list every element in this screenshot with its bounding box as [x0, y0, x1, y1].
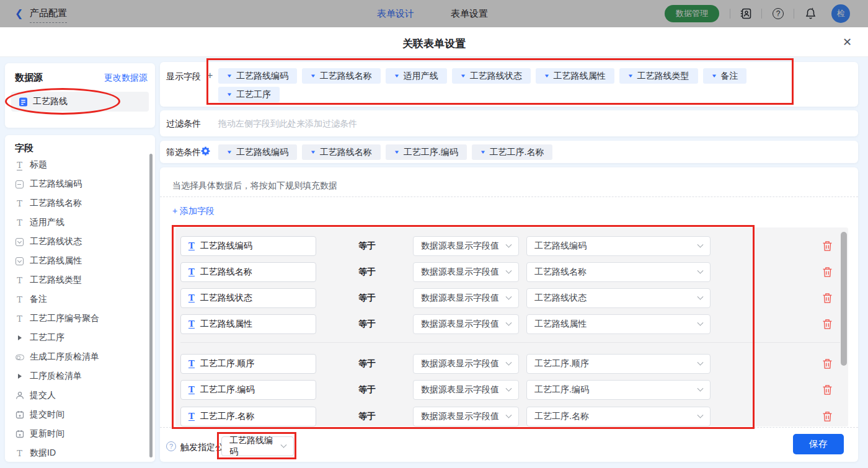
delete-row-icon[interactable]	[822, 267, 833, 278]
field-chip[interactable]: ▼备注	[703, 68, 747, 84]
toolbar-divider	[761, 9, 762, 19]
bell-icon[interactable]	[804, 7, 817, 20]
filter-row: 过滤条件 拖动左侧字段到此处来添加过滤条件	[160, 110, 858, 136]
mapping-scrollbar[interactable]	[841, 232, 847, 366]
target-field-select[interactable]: 工艺工序.顺序	[526, 354, 711, 374]
delete-row-icon[interactable]	[822, 241, 833, 252]
text-field-icon: T	[188, 360, 195, 368]
mapping-field-box[interactable]: T工艺路线状态	[180, 288, 316, 308]
chevron-down-icon	[506, 359, 512, 365]
delete-row-icon[interactable]	[822, 411, 833, 422]
source-value-select[interactable]: 数据源表显示字段值	[413, 236, 519, 256]
source-value-select[interactable]: 数据源表显示字段值	[413, 288, 519, 308]
source-value-select[interactable]: 数据源表显示字段值	[413, 380, 519, 400]
field-item[interactable]: 更新时间	[15, 427, 64, 441]
equals-label: 等于	[358, 358, 376, 369]
mapping-field-box[interactable]: T工艺路线名称	[180, 262, 316, 282]
serial-number-icon	[15, 180, 24, 189]
text-field-icon: T	[188, 242, 195, 250]
field-chip[interactable]: ▼工艺路线编码	[218, 68, 297, 84]
close-icon[interactable]: ✕	[843, 35, 852, 49]
chevron-down-icon: ▼	[310, 149, 316, 155]
trigger-formula-select[interactable]: 工艺路线编码	[221, 436, 294, 456]
mapping-field-box[interactable]: T工艺路线编码	[180, 236, 316, 256]
chevron-down-icon	[698, 412, 704, 418]
text-icon	[15, 449, 24, 458]
tab-form-settings[interactable]: 表单设置	[451, 8, 488, 20]
chevron-down-icon: ▼	[226, 73, 232, 79]
display-fields-row: 显示字段 + ▼工艺路线编码 ▼工艺路线名称 ▼适用产线 ▼工艺路线状态 ▼工艺…	[160, 62, 858, 107]
save-button[interactable]: 保存	[793, 434, 844, 454]
equals-label: 等于	[358, 384, 376, 395]
help-icon[interactable]: ?	[771, 7, 785, 20]
page-title[interactable]: 产品配置	[30, 7, 67, 23]
gear-icon[interactable]	[201, 146, 210, 156]
field-chip[interactable]: ▼工艺路线属性	[536, 68, 614, 84]
chevron-down-icon	[698, 293, 704, 299]
text-field-icon: T	[188, 268, 195, 276]
user-avatar[interactable]: 检	[831, 4, 850, 23]
delete-row-icon[interactable]	[822, 293, 833, 304]
delete-row-icon[interactable]	[822, 319, 833, 330]
delete-row-icon[interactable]	[822, 358, 833, 369]
filter-dropzone-placeholder[interactable]: 拖动左侧字段到此处来添加过滤条件	[218, 118, 357, 130]
datasource-panel: 数据源 更改数据源 工艺路线	[5, 63, 155, 128]
equals-label: 等于	[358, 241, 376, 252]
screening-chip[interactable]: ▼工艺路线编码	[218, 144, 297, 160]
tab-form-design[interactable]: 表单设计	[377, 8, 414, 20]
screening-chip[interactable]: ▼工艺路线名称	[302, 144, 381, 160]
field-chip[interactable]: ▼工艺路线状态	[452, 68, 531, 84]
chevron-down-icon: ▼	[226, 92, 232, 97]
mapping-group-divider	[180, 342, 840, 343]
field-chip[interactable]: ▼工艺路线类型	[619, 68, 698, 84]
screening-chips: ▼工艺路线编码 ▼工艺路线名称 ▼工艺工序.编码 ▼工艺工序.名称	[218, 144, 801, 160]
chevron-down-icon: ▼	[394, 73, 400, 79]
selected-datasource-item[interactable]: 工艺路线	[11, 92, 149, 112]
display-fields-label: 显示字段	[166, 71, 201, 82]
back-chevron-icon[interactable]: ❮	[15, 7, 23, 19]
modal-dim-overlay	[0, 0, 868, 27]
help-circle-icon[interactable]: ?	[166, 441, 176, 451]
data-manage-button[interactable]: 数据管理	[665, 5, 719, 22]
mapping-field-box[interactable]: T工艺工序.名称	[180, 407, 316, 426]
toolbar-divider	[794, 9, 794, 19]
field-item[interactable]: 标题	[15, 158, 47, 172]
target-field-select[interactable]: 工艺工序.名称	[526, 407, 711, 426]
target-field-select[interactable]: 工艺路线状态	[526, 288, 711, 308]
target-field-select[interactable]: 工艺路线属性	[526, 314, 711, 334]
mapping-field-box[interactable]: T工艺路线属性	[180, 314, 316, 334]
field-chip[interactable]: ▼适用产线	[386, 68, 447, 84]
top-bar: ❮ 产品配置 表单设计 表单设置 数据管理 ? 检	[0, 0, 868, 27]
mapping-field-box[interactable]: T工艺工序.编码	[180, 380, 316, 400]
chevron-down-icon: ▼	[627, 73, 633, 79]
source-value-select[interactable]: 数据源表显示字段值	[413, 354, 519, 374]
add-display-field-icon[interactable]: +	[207, 70, 213, 81]
screening-chip[interactable]: ▼工艺工序.编码	[386, 144, 467, 160]
chevron-down-icon	[281, 441, 287, 448]
target-field-select[interactable]: 工艺路线编码	[526, 236, 711, 256]
field-item[interactable]: 数据ID	[15, 446, 56, 460]
contact-book-icon[interactable]	[739, 7, 753, 20]
screening-chip[interactable]: ▼工艺工序.名称	[472, 144, 553, 160]
toolbar-divider	[730, 9, 730, 19]
selected-datasource-label: 工艺路线	[33, 96, 68, 107]
field-item[interactable]: 适用产线	[15, 216, 64, 229]
chevron-down-icon	[698, 359, 704, 365]
equals-label: 等于	[358, 319, 376, 330]
chevron-down-icon	[698, 385, 704, 391]
field-chip[interactable]: ▼工艺路线名称	[302, 68, 381, 84]
source-value-select[interactable]: 数据源表显示字段值	[413, 262, 519, 282]
source-value-select[interactable]: 数据源表显示字段值	[413, 314, 519, 334]
delete-row-icon[interactable]	[822, 384, 833, 395]
field-chip[interactable]: ▼工艺工序	[218, 87, 280, 102]
chevron-down-icon	[698, 267, 704, 273]
field-item[interactable]: 工艺路线编码	[15, 177, 82, 191]
add-field-link[interactable]: + 添加字段	[172, 206, 215, 217]
field-item[interactable]: 工艺路线名称	[15, 196, 82, 210]
source-value-select[interactable]: 数据源表显示字段值	[413, 407, 519, 426]
target-field-select[interactable]: 工艺路线名称	[526, 262, 711, 282]
change-datasource-link[interactable]: 更改数据源	[104, 73, 148, 84]
target-field-select[interactable]: 工艺工序.编码	[526, 380, 711, 400]
text-field-icon: T	[188, 386, 195, 394]
mapping-field-box[interactable]: T工艺工序.顺序	[180, 354, 316, 374]
